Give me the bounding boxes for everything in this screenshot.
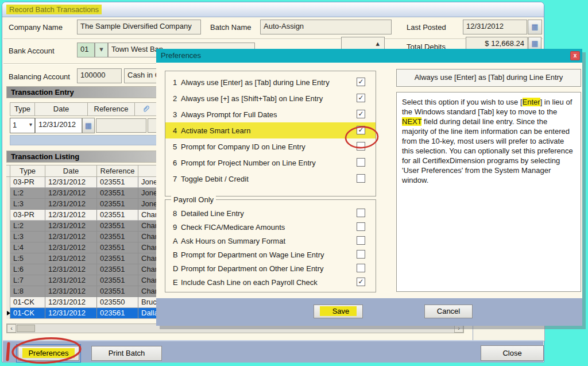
entry-type-combo[interactable]: 1▾: [10, 118, 35, 133]
option-key: 1: [173, 78, 181, 87]
option-checkbox-D[interactable]: [357, 264, 365, 272]
preferences-button[interactable]: Preferences: [18, 346, 79, 361]
cell: 023551: [97, 275, 138, 286]
preference-option-E: EInclude Cash Line on each Payroll Check…: [165, 275, 376, 289]
cell: L:4: [10, 242, 45, 253]
batch-name-field[interactable]: Auto-Assign: [260, 20, 392, 34]
last-posted-field[interactable]: 12/31/2012: [463, 20, 527, 34]
window-footer-bar: Preferences Print Batch Close: [3, 340, 543, 363]
entry-reference-field[interactable]: [96, 118, 146, 133]
option-checkbox-3[interactable]: ✓: [357, 110, 365, 118]
last-posted-calendar-button[interactable]: ▦: [528, 20, 542, 34]
row-indicator: [6, 188, 10, 199]
scrollbar-thumb[interactable]: [17, 325, 35, 332]
balancing-account-label: Balancing Account: [9, 72, 70, 81]
option-checkbox-A[interactable]: [357, 236, 365, 245]
option-label: Always use [+] as [Shift+Tab] on Line En…: [181, 94, 323, 103]
row-indicator: [6, 308, 10, 319]
option-key: 4: [173, 126, 181, 135]
option-key: D: [173, 264, 181, 273]
cell: 023551: [97, 232, 138, 242]
cell: 12/31/2012: [45, 308, 97, 319]
dialog-titlebar[interactable]: Preferences x: [156, 49, 582, 63]
option-label: Ask Hours on Summary Format: [181, 237, 285, 245]
entry-type-value: 1: [13, 121, 17, 129]
tl-col-reference: Reference: [97, 165, 138, 177]
option-checkbox-B[interactable]: [357, 250, 365, 259]
cell: 023551: [97, 286, 138, 297]
option-checkbox-2[interactable]: ✓: [357, 94, 365, 102]
cell: 01-CK: [10, 308, 45, 319]
option-label: Prompt for Department on Wage Line Entry: [181, 251, 324, 259]
option-checkbox-4[interactable]: ✓: [357, 126, 365, 134]
preference-option-A: AAsk Hours on Summary Format: [165, 234, 376, 248]
cell: 12/31/2012: [45, 275, 97, 286]
batch-name-label: Batch Name: [210, 23, 252, 32]
company-name-field[interactable]: The Sample Diversified Company: [77, 20, 201, 34]
print-batch-button[interactable]: Print Batch: [91, 346, 162, 361]
cell: 023551: [97, 221, 138, 232]
cell: 023551: [97, 199, 138, 210]
cancel-button[interactable]: Cancel: [424, 305, 473, 318]
bank-account-dropdown[interactable]: ▾: [95, 43, 108, 57]
preference-option-6: 6Prompt for Project Number on Line Entry: [165, 155, 376, 171]
option-key: B: [173, 251, 181, 259]
preference-help-title: Always use [Enter] as [Tab] during Line …: [396, 69, 581, 87]
cell: 12/31/2012: [45, 199, 97, 210]
option-key: 3: [173, 110, 181, 119]
option-label: Check FICA/Medicare Amounts: [181, 223, 285, 232]
balancing-account-code-field[interactable]: 100000: [77, 68, 122, 83]
calendar-icon: ▦: [531, 22, 538, 31]
close-button[interactable]: Close: [481, 345, 544, 361]
cell: 12/31/2012: [45, 221, 97, 232]
header-divider: [3, 38, 543, 40]
preferences-button-label: Preferences: [22, 348, 74, 358]
option-label: Toggle Debit / Credit: [181, 175, 249, 183]
preference-option-D: DPrompt for Department on Other Line Ent…: [165, 261, 376, 275]
row-indicator: [6, 297, 10, 308]
cell: L:5: [10, 253, 45, 264]
option-key: 6: [173, 159, 181, 167]
option-key: 2: [173, 94, 181, 103]
option-checkbox-6[interactable]: [357, 158, 365, 167]
save-button[interactable]: Save: [314, 305, 363, 318]
option-checkbox-8[interactable]: [357, 209, 365, 217]
line-entry-options-group: 1Always use [Enter] as [Tab] during Line…: [165, 71, 376, 197]
current-row-arrow-icon: [7, 311, 10, 315]
preference-option-2: 2Always use [+] as [Shift+Tab] on Line E…: [165, 90, 376, 106]
cell: L:3: [10, 199, 45, 210]
window-titlebar[interactable]: Record Batch Transactions: [2, 2, 544, 17]
te-col-reference: Reference: [87, 102, 135, 116]
option-checkbox-1[interactable]: ✓: [357, 78, 365, 86]
dialog-close-icon[interactable]: x: [570, 51, 580, 60]
cell: L:8: [10, 286, 45, 297]
cell: 023551: [97, 177, 138, 188]
paperclip-icon: [142, 105, 150, 113]
preference-option-5: 5Prompt for Company ID on Line Entry: [165, 138, 376, 155]
row-indicator: [6, 275, 10, 286]
preference-option-9: 9Check FICA/Medicare Amounts: [165, 220, 376, 234]
cell: 12/31/2012: [45, 232, 97, 242]
preference-option-1: 1Always use [Enter] as [Tab] during Line…: [165, 74, 376, 90]
entry-date-field[interactable]: 12/31/2012: [35, 118, 82, 133]
highlighted-word: NEXT: [402, 117, 421, 126]
option-key: A: [173, 237, 181, 245]
preferences-dialog: Preferences x 1Always use [Enter] as [Ta…: [156, 49, 582, 326]
option-checkbox-7[interactable]: [357, 174, 365, 183]
highlighted-word: Enter: [523, 98, 540, 106]
row-indicator: [6, 264, 10, 275]
option-checkbox-9[interactable]: [357, 222, 365, 231]
scroll-left-button[interactable]: ‹: [7, 324, 16, 333]
option-label: Prompt for Department on Other Line Entr…: [181, 264, 324, 273]
entry-date-calendar-button[interactable]: ▦: [82, 118, 95, 133]
option-label: Prompt for Company ID on Line Entry: [181, 142, 305, 151]
cell: 023551: [97, 253, 138, 264]
preference-option-7: 7Toggle Debit / Credit: [165, 171, 376, 187]
option-label: Always use [Enter] as [Tab] during Line …: [181, 78, 330, 87]
option-checkbox-5[interactable]: [357, 142, 365, 151]
bank-account-code-field[interactable]: 01: [77, 43, 95, 57]
option-checkbox-E[interactable]: ✓: [357, 278, 365, 286]
row-indicator: [6, 242, 10, 253]
option-label: Prompt for Project Number on Line Entry: [181, 159, 316, 167]
cell: 023551: [97, 210, 138, 221]
